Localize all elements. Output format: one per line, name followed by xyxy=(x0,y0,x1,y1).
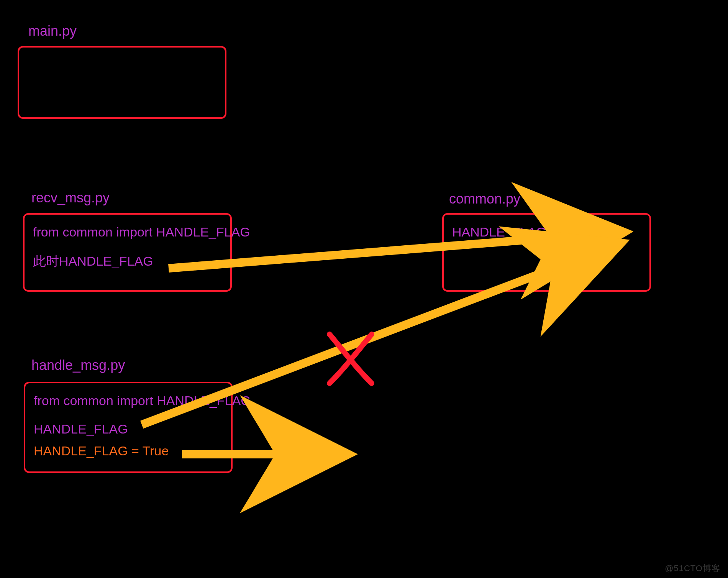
label-recv: recv_msg.py xyxy=(31,190,110,206)
label-true: True xyxy=(320,445,348,461)
box-handle: from common import HANDLE_FLAG HANDLE_FL… xyxy=(24,382,233,473)
handle-line1: from common import HANDLE_FLAG xyxy=(25,383,231,418)
watermark: @51CTO博客 xyxy=(665,563,720,574)
handle-line2: HANDLE_FLAG xyxy=(25,418,231,440)
handle-line3: HANDLE_FLAG = True xyxy=(25,440,231,468)
recv-line1: from common import HANDLE_FLAG xyxy=(25,215,230,249)
box-recv: from common import HANDLE_FLAG 此时HANDLE_… xyxy=(23,213,232,292)
diagram-canvas: main.py recv_msg.py from common import H… xyxy=(0,0,728,578)
label-common: common.py xyxy=(449,191,520,207)
label-main: main.py xyxy=(28,23,77,39)
box-main xyxy=(18,46,226,119)
recv-line2: 此时HANDLE_FLAG xyxy=(25,249,230,278)
common-line1: HANDLE_FLAG = False xyxy=(444,215,649,249)
cross-x-icon xyxy=(330,334,372,383)
box-common: HANDLE_FLAG = False xyxy=(442,213,651,292)
label-handle: handle_msg.py xyxy=(31,357,125,373)
